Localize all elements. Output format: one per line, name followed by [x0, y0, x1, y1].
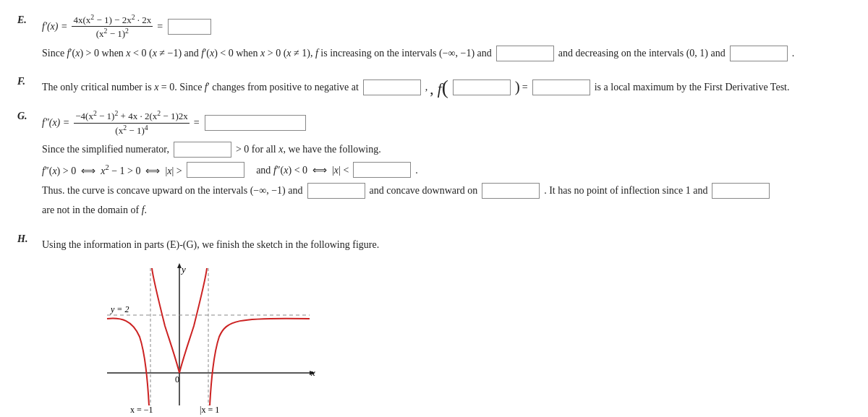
g-text1b: > 0 for all x, we have the following. — [236, 141, 381, 158]
section-h-label: H. — [17, 232, 38, 245]
f-func-open: , f( — [430, 79, 448, 96]
section-f: F. The only critical number is x = 0. Si… — [17, 74, 851, 96]
y2-label: y = 2 — [110, 304, 129, 314]
section-g-text2: Thus. the curve is concave upward on the… — [42, 182, 851, 219]
g-concave-down-input[interactable] — [482, 183, 540, 199]
e-text2: and decreasing on the intervals (0, 1) a… — [558, 45, 726, 62]
g-text6: are not in the domain of f. — [42, 202, 147, 219]
f-text1: The only critical number is x = 0. Since… — [42, 79, 359, 96]
e-formula-prefix: f′(x) = — [42, 21, 67, 33]
curve-right — [210, 318, 310, 405]
section-g-ineq: f″(x) > 0 ⟺ x2 − 1 > 0 ⟺ |x| > and f″(x)… — [42, 161, 851, 179]
g-ineq2: and f″(x) < 0 ⟺ |x| < — [249, 162, 349, 179]
when-text: when — [102, 48, 124, 59]
section-e: E. f′(x) = 4x(x2 − 1) − 2x2 · 2x (x2 − 1… — [17, 13, 851, 61]
section-f-label: F. — [17, 74, 38, 87]
x-axis-label: x — [310, 367, 315, 378]
e-answer-input[interactable] — [168, 19, 211, 35]
section-h: H. Using the information in parts (E)-(G… — [17, 232, 851, 417]
e-denominator: (x2 − 1)2 — [95, 27, 130, 40]
y-axis-label: y — [180, 264, 186, 275]
f-critical-input[interactable] — [363, 79, 421, 95]
section-f-text: The only critical number is x = 0. Since… — [42, 79, 851, 96]
e-equals: = — [157, 21, 163, 33]
g-fraction: −4(x2 − 1)2 + 4x · 2(x2 − 1)2x (x2 − 1)4 — [74, 109, 190, 137]
g-denominator: (x2 − 1)4 — [114, 124, 149, 137]
section-e-content: f′(x) = 4x(x2 − 1) − 2x2 · 2x (x2 − 1)2 … — [42, 13, 851, 61]
section-h-content: Using the information in parts (E)-(G), … — [42, 232, 851, 417]
g-inflection-input[interactable] — [712, 183, 770, 199]
f-comma: , — [425, 79, 428, 96]
graph-container: y x y = 2 0 x = −1 |x = 1 — [85, 261, 317, 417]
section-g-label: G. — [17, 109, 38, 122]
g-equals: = — [194, 117, 200, 129]
e-decreasing-input[interactable] — [730, 46, 788, 61]
section-e-label: E. — [17, 13, 38, 26]
g-ineq1: f″(x) > 0 ⟺ x2 − 1 > 0 ⟺ |x| > — [42, 161, 182, 179]
f-func-close: ) — [515, 81, 520, 94]
g-numerator: −4(x2 − 1)2 + 4x · 2(x2 − 1)2x — [74, 109, 190, 123]
g-text4: and concave downward on — [370, 182, 478, 199]
g-answer-input[interactable] — [205, 115, 306, 131]
section-g-text1: Since the simplified numerator, > 0 for … — [42, 141, 851, 158]
h-text: Using the information in parts (E)-(G), … — [42, 236, 379, 254]
section-g-content: f″(x) = −4(x2 − 1)2 + 4x · 2(x2 − 1)2x (… — [42, 109, 851, 219]
f-equals: = — [522, 79, 528, 96]
section-h-text: Using the information in parts (E)-(G), … — [42, 236, 851, 254]
curve-left — [107, 318, 149, 405]
g-dot: . — [415, 162, 418, 179]
g-numerator-input[interactable] — [174, 142, 231, 158]
e-increasing-input[interactable] — [496, 46, 554, 61]
g-text1a: Since the simplified numerator, — [42, 141, 169, 158]
f-text2: is a local maximum by the First Derivati… — [595, 79, 790, 96]
g-text5: . It has no point of inflection since 1 … — [544, 182, 707, 199]
e-numerator: 4x(x2 − 1) − 2x2 · 2x — [72, 13, 153, 27]
section-e-formula: f′(x) = 4x(x2 − 1) − 2x2 · 2x (x2 − 1)2 … — [42, 13, 851, 40]
g-concave-up-input[interactable] — [307, 183, 365, 199]
x-1-label: |x = 1 — [200, 405, 219, 415]
x-neg1-label: x = −1 — [130, 405, 153, 415]
g-ineq2-input[interactable] — [353, 162, 411, 178]
g-text3: Thus. the curve is concave upward on the… — [42, 182, 303, 199]
g-ineq1-input[interactable] — [187, 162, 244, 178]
g-formula-prefix: f″(x) = — [42, 117, 69, 129]
section-f-content: The only critical number is x = 0. Since… — [42, 74, 851, 96]
origin-label: 0 — [175, 374, 179, 384]
e-fraction: 4x(x2 − 1) − 2x2 · 2x (x2 − 1)2 — [72, 13, 153, 40]
e-text2-end: . — [792, 45, 795, 62]
section-g-formula: f″(x) = −4(x2 − 1)2 + 4x · 2(x2 − 1)2x (… — [42, 109, 851, 137]
section-e-text: Since f′(x) > 0 when x < 0 (x ≠ −1) and … — [42, 45, 851, 62]
f-value-input[interactable] — [532, 79, 590, 95]
f-func-arg-input[interactable] — [453, 79, 511, 95]
graph-svg: y x y = 2 0 x = −1 |x = 1 — [85, 261, 317, 417]
e-text1: Since f′(x) > 0 when x < 0 (x ≠ −1) and … — [42, 45, 492, 62]
section-g: G. f″(x) = −4(x2 − 1)2 + 4x · 2(x2 − 1)2… — [17, 109, 851, 219]
